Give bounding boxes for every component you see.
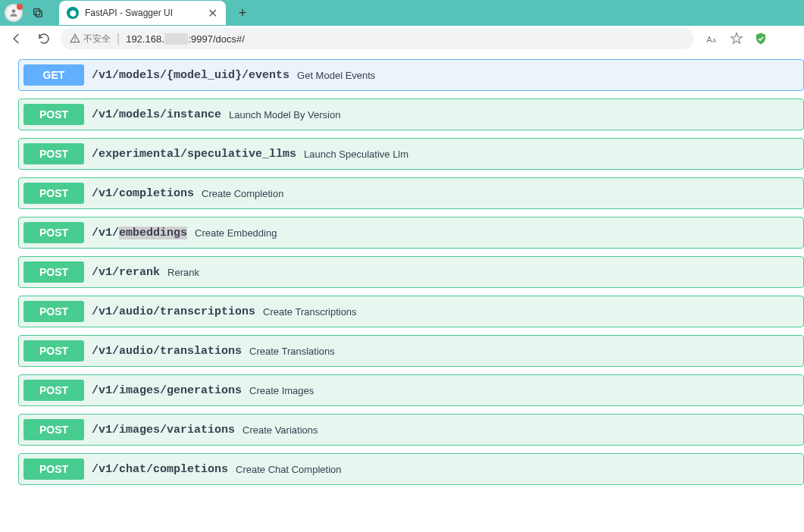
profile-icon[interactable]	[5, 4, 23, 22]
endpoint-path: /v1/rerank	[92, 266, 160, 279]
endpoint-row[interactable]: POST/v1/rerankRerank	[18, 256, 804, 288]
url-masked	[164, 33, 189, 45]
method-badge: POST	[23, 340, 84, 361]
method-badge: POST	[23, 222, 84, 243]
endpoint-summary: Create Translations	[249, 346, 335, 357]
method-badge: GET	[23, 64, 84, 86]
endpoint-path: /v1/images/generations	[92, 384, 242, 397]
endpoint-row[interactable]: POST/v1/images/generationsCreate Images	[18, 374, 804, 406]
swagger-content: GET/v1/models/{model_uid}/eventsGet Mode…	[0, 52, 804, 500]
favorite-icon[interactable]	[730, 32, 743, 45]
svg-text:A: A	[712, 37, 716, 44]
endpoint-row[interactable]: POST/v1/models/instanceLaunch Model By V…	[18, 99, 804, 130]
active-tab[interactable]: ⬢ FastAPI - Swagger UI ✕	[59, 1, 226, 25]
reload-button[interactable]	[33, 28, 55, 49]
method-badge: POST	[23, 419, 84, 440]
endpoint-row[interactable]: POST/v1/audio/translationsCreate Transla…	[18, 335, 804, 367]
close-tab-icon[interactable]: ✕	[206, 7, 218, 19]
back-button[interactable]	[6, 28, 27, 49]
endpoint-path: /v1/models/instance	[92, 108, 221, 121]
endpoint-summary: Create Completion	[202, 188, 283, 199]
method-badge: POST	[23, 183, 84, 204]
insecure-icon: 不安全	[70, 33, 111, 45]
endpoint-path: /v1/models/{model_uid}/events	[92, 69, 289, 82]
insecure-label: 不安全	[83, 33, 111, 45]
method-badge: POST	[23, 458, 84, 480]
endpoint-row[interactable]: POST/v1/embeddingsCreate Embedding	[18, 217, 804, 249]
fastapi-favicon: ⬢	[67, 7, 79, 19]
endpoint-summary: Create Embedding	[195, 227, 277, 239]
endpoint-row[interactable]: POST/v1/chat/completionsCreate Chat Comp…	[18, 453, 804, 485]
endpoint-row[interactable]: GET/v1/models/{model_uid}/eventsGet Mode…	[18, 59, 804, 91]
address-bar[interactable]: 不安全 | 192.168. :9997/docs#/	[61, 28, 693, 49]
address-bar-icons: AA	[699, 32, 798, 45]
endpoint-summary: Get Model Events	[297, 70, 375, 81]
method-badge: POST	[23, 261, 84, 283]
endpoint-path: /v1/completions	[92, 187, 194, 200]
endpoint-path: /v1/chat/completions	[92, 463, 228, 476]
endpoint-summary: Create Transcriptions	[263, 306, 357, 318]
svg-text:A: A	[707, 35, 712, 44]
endpoint-summary: Create Images	[249, 385, 314, 396]
tab-overview-icon[interactable]	[29, 4, 47, 22]
url-separator: |	[117, 32, 120, 45]
svg-rect-1	[34, 9, 40, 15]
endpoint-row[interactable]: POST/v1/audio/transcriptionsCreate Trans…	[18, 296, 804, 327]
text-size-icon[interactable]: AA	[705, 32, 719, 45]
endpoint-row[interactable]: POST/v1/images/variationsCreate Variatio…	[18, 414, 804, 446]
endpoint-path: /experimental/speculative_llms	[92, 148, 296, 161]
method-badge: POST	[23, 143, 84, 164]
browser-chrome: ⬢ FastAPI - Swagger UI ✕ + 不安全 | 192.168…	[0, 0, 804, 52]
address-bar-row: 不安全 | 192.168. :9997/docs#/ AA	[0, 26, 804, 52]
method-badge: POST	[23, 104, 84, 125]
svg-point-0	[12, 9, 16, 13]
tab-bar: ⬢ FastAPI - Swagger UI ✕ +	[0, 0, 804, 26]
shield-icon[interactable]	[754, 32, 768, 45]
endpoint-path: /v1/audio/transcriptions	[92, 305, 255, 318]
svg-rect-2	[36, 11, 42, 17]
endpoint-summary: Create Chat Completion	[236, 464, 341, 475]
warning-triangle-icon[interactable]	[778, 32, 792, 45]
tab-title: FastAPI - Swagger UI	[85, 8, 200, 18]
new-tab-button[interactable]: +	[232, 2, 253, 23]
endpoint-row[interactable]: POST/experimental/speculative_llmsLaunch…	[18, 138, 804, 170]
endpoint-path: /v1/images/variations	[92, 424, 235, 437]
method-badge: POST	[23, 380, 84, 401]
endpoint-row[interactable]: POST/v1/completionsCreate Completion	[18, 177, 804, 209]
endpoint-path: /v1/audio/translations	[92, 345, 242, 358]
url-text: 192.168. :9997/docs#/	[126, 33, 245, 45]
endpoint-summary: Launch Model By Version	[229, 109, 340, 120]
endpoint-summary: Launch Speculative Llm	[304, 149, 408, 160]
endpoint-path: /v1/embeddings	[92, 227, 187, 239]
endpoint-summary: Create Variations	[242, 424, 318, 436]
endpoint-summary: Rerank	[167, 267, 199, 278]
method-badge: POST	[23, 301, 84, 322]
